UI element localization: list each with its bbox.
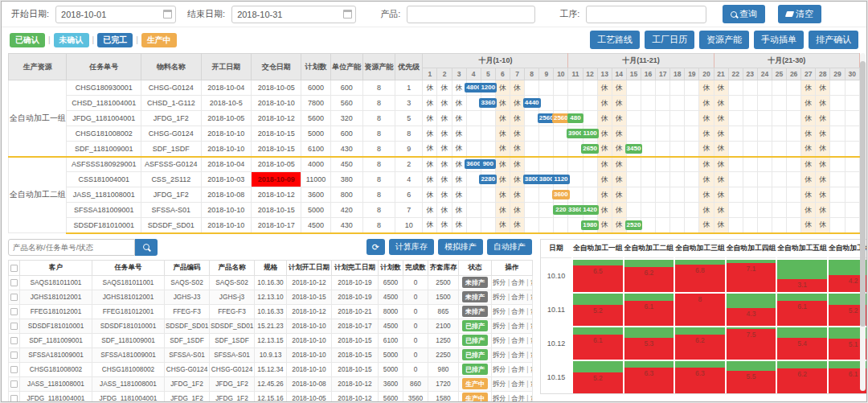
task-no-cell[interactable]: CHSG181008002 (67, 126, 141, 142)
order-cell: 1720 (428, 376, 459, 391)
urgent-action[interactable]: 紧急处理 (530, 351, 533, 359)
gantt-bar[interactable]: 1980 (581, 220, 599, 230)
urgent-action[interactable]: 紧急处理 (530, 394, 533, 402)
gantt-bar[interactable]: 2280 (479, 175, 497, 184)
orders-search-input[interactable] (8, 239, 135, 256)
order-row[interactable]: SDSDF181010001SDSDF181010001SDSDF_SD01SD… (9, 319, 533, 333)
urgent-action[interactable]: 紧急处理 (530, 278, 533, 286)
end-date-input[interactable] (231, 6, 356, 23)
orders-toolbar-button[interactable]: 模拟排产 (438, 239, 483, 255)
gantt-day-cell: 休 (437, 126, 452, 142)
task-no-cell[interactable]: JFDG_1181004001 (67, 111, 141, 126)
order-row[interactable]: SDF_1181009001SDF_1181009001SDF_1SDFSDF_… (9, 333, 533, 347)
urgent-action[interactable]: 紧急处理 (530, 365, 533, 373)
row-checkbox[interactable] (10, 337, 18, 344)
gantt-bar[interactable]: 3450 (625, 144, 643, 154)
gantt-column-header: 资源产能 (362, 54, 395, 80)
action-button[interactable]: 资源产能 (699, 31, 749, 49)
start-date-cell: 2018-10-04 (201, 157, 251, 172)
split-action[interactable]: 拆分 (493, 394, 511, 402)
gantt-day-cell (626, 172, 641, 187)
task-no-cell[interactable]: CHSG180930001 (67, 80, 141, 96)
split-action[interactable]: 拆分 (493, 336, 511, 344)
merge-action[interactable]: 合并 (511, 336, 530, 344)
start-date-input[interactable] (55, 6, 176, 23)
gantt-bar[interactable]: 1420 (581, 205, 599, 215)
action-button[interactable]: 工艺路线 (590, 31, 640, 49)
order-cell: JFDG_1F2 (165, 391, 210, 402)
action-button[interactable]: 工厂日历 (645, 31, 694, 49)
action-button[interactable]: 排产确认 (809, 31, 858, 49)
gantt-bar[interactable]: 4440 (523, 98, 541, 108)
gantt-day-cell: 1120 (554, 172, 568, 187)
scrollbar-thumb[interactable] (860, 61, 866, 327)
order-row[interactable]: CHSG181008002CHSG181008002CHSG-G0124CHSG… (9, 362, 533, 376)
urgent-action[interactable]: 紧急处理 (530, 322, 533, 330)
merge-action[interactable]: 合并 (511, 278, 530, 286)
product-input[interactable] (407, 6, 535, 23)
calendar-icon[interactable] (163, 10, 172, 19)
gantt-bar[interactable]: 1200 (479, 83, 497, 93)
split-action[interactable]: 拆分 (493, 380, 511, 388)
gantt-bar[interactable]: 3600 (552, 190, 570, 199)
order-row[interactable]: JFDG_1181004001JFDG_1181004001JFDG_1F2JF… (9, 391, 533, 402)
order-row[interactable]: SAQS181011001SAQS181011001SAQS-S02SAQS-S… (9, 275, 533, 290)
task-no-cell[interactable]: SDSDF181010001 (67, 218, 141, 233)
gantt-bar[interactable]: 3360 (479, 98, 497, 108)
select-all-checkbox[interactable] (10, 265, 18, 272)
orders-toolbar-button[interactable]: 自动排产 (487, 239, 532, 255)
gantt-bar[interactable]: 2650 (581, 144, 599, 154)
row-checkbox[interactable] (10, 366, 18, 373)
row-checkbox[interactable] (10, 294, 18, 301)
task-no-cell[interactable]: SFSSA181009001 (67, 203, 141, 218)
task-no-cell[interactable]: CSS181004001 (67, 172, 141, 187)
order-row[interactable]: JASS_1181008001JASS_1181008001JFDG_1F2JF… (9, 376, 533, 391)
merge-action[interactable]: 合并 (511, 293, 530, 301)
row-checkbox[interactable] (10, 308, 18, 315)
split-action[interactable]: 拆分 (493, 307, 511, 315)
process-input[interactable] (586, 6, 706, 23)
order-row[interactable]: FFEG181012001FFEG181012001FFEG-F3FFEG-F3… (9, 304, 533, 319)
load-group-header: 全自动加工五组 (777, 240, 827, 258)
urgent-action[interactable]: 紧急处理 (530, 380, 533, 388)
split-action[interactable]: 拆分 (493, 293, 511, 301)
task-no-cell[interactable]: ASFSSS180929001 (67, 157, 141, 172)
task-no-cell[interactable]: SDF_1181009001 (67, 142, 141, 157)
orders-search-button[interactable] (135, 239, 158, 256)
gantt-bar[interactable]: 900 (480, 159, 496, 169)
row-checkbox[interactable] (10, 395, 18, 402)
gantt-bar[interactable]: 1100 (581, 129, 598, 138)
merge-action[interactable]: 合并 (511, 307, 530, 315)
row-checkbox[interactable] (10, 352, 18, 359)
merge-action[interactable]: 合并 (511, 380, 530, 388)
split-action[interactable]: 拆分 (493, 351, 511, 359)
calendar-icon[interactable] (343, 10, 352, 19)
merge-action[interactable]: 合并 (511, 322, 530, 330)
order-row[interactable]: SFSSA181009001SFSSA181009001SFSSA-S01SFS… (9, 347, 533, 362)
urgent-action[interactable]: 紧急处理 (530, 336, 533, 344)
gantt-bar[interactable]: 2520 (625, 220, 643, 230)
refresh-button[interactable]: ⟳ (366, 239, 385, 255)
split-action[interactable]: 拆分 (493, 365, 511, 373)
urgent-action[interactable]: 紧急处理 (530, 307, 533, 315)
merge-action[interactable]: 合并 (511, 365, 530, 373)
merge-action[interactable]: 合并 (511, 394, 530, 402)
action-button[interactable]: 手动插单 (754, 31, 804, 49)
orders-toolbar-button[interactable]: 计算库存 (389, 239, 434, 255)
urgent-action[interactable]: 紧急处理 (530, 293, 533, 301)
merge-action[interactable]: 合并 (511, 351, 530, 359)
gantt-bar[interactable]: 480 (567, 113, 583, 123)
order-row[interactable]: JGHS181012001JGHS181012001JGHS-J3JGHS-j3… (9, 290, 533, 304)
split-action[interactable]: 拆分 (493, 322, 511, 330)
row-checkbox[interactable] (10, 380, 18, 388)
task-no-cell[interactable]: CHSD_1181004001 (67, 96, 141, 111)
task-no-cell[interactable]: JASS_1181008001 (67, 187, 141, 203)
select-all-header[interactable] (9, 260, 20, 275)
split-action[interactable]: 拆分 (493, 278, 511, 286)
gantt-bar[interactable]: 1120 (552, 175, 569, 184)
row-checkbox[interactable] (10, 323, 18, 330)
gantt-day-cell: 休 (801, 126, 816, 142)
query-button[interactable]: 查询 (723, 5, 765, 23)
row-checkbox[interactable] (10, 279, 18, 286)
clear-button[interactable]: 清空 (778, 5, 821, 23)
